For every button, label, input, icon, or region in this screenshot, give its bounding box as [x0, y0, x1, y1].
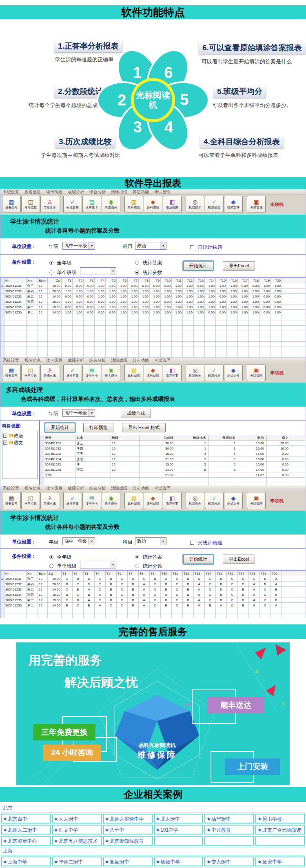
standard-answer-button[interactable]: ✓标准答案 [63, 196, 82, 213]
menu-item[interactable]: 综合分析 [89, 358, 106, 363]
stat-score-radio[interactable]: 统计分数 [135, 268, 162, 276]
chevron-down-icon[interactable]: ▾ [160, 242, 166, 249]
stat-score-radio[interactable]: 统计分数 [135, 562, 162, 570]
subject-select[interactable]: 政治 ▾ [135, 242, 166, 250]
import-roster-button[interactable]: ♙导报名库 [40, 196, 59, 213]
multi-subject-score-button[interactable]: ◆多科成绩 [144, 492, 162, 509]
menu-item[interactable]: 其它功能 [133, 189, 149, 195]
single-subject-score-button[interactable]: ▥单科成绩 [124, 196, 143, 213]
menu-item[interactable]: 成绩分析 [68, 485, 84, 491]
class-select[interactable]: ▾ [80, 561, 116, 568]
format-file-button[interactable]: ◆格式文件 [224, 492, 243, 509]
standard-answer-button[interactable]: ✓标准答案 [63, 492, 82, 509]
machine-calibrate-button[interactable]: ✓机器校准 [205, 492, 224, 509]
exam-no-digits-button[interactable]: ◫考号位数 [21, 492, 40, 509]
menu-item[interactable]: 综合分析 [89, 189, 106, 195]
read-student-card-button[interactable]: ▤读学生卡 [82, 196, 101, 213]
format-file-button[interactable]: ◆格式文件 [224, 196, 243, 213]
machine-calibrate-button[interactable]: ✓机器校准 [205, 196, 224, 213]
chevron-down-icon[interactable]: ▾ [110, 268, 116, 275]
stat-answer-radio[interactable]: 统计答案 [135, 553, 162, 561]
class-select[interactable]: ▾ [80, 267, 116, 275]
menu-item[interactable]: 成绩分析 [68, 189, 84, 195]
single-class-radio[interactable]: 单个班级 [49, 268, 76, 276]
menu-item[interactable]: 系统设置 [3, 358, 19, 363]
exam-manage-button[interactable]: ▣考试管理 [247, 364, 266, 381]
chevron-down-icon[interactable]: ▾ [89, 242, 95, 249]
menu-item[interactable]: 清除成绩 [111, 485, 127, 491]
menu-item[interactable]: 其它功能 [133, 358, 149, 363]
merge-scores-button[interactable]: 成绩合成 [121, 409, 151, 418]
chevron-down-icon[interactable]: ▾ [160, 538, 166, 545]
menu-item[interactable]: 考试管理 [154, 485, 171, 491]
stat-answer-radio[interactable]: 统计答案 [135, 259, 162, 266]
menu-item[interactable]: 报名信息 [24, 358, 41, 363]
export-excel-button[interactable]: 导出Excel [223, 555, 255, 564]
exam-no-digits-button[interactable]: ◫考号位数 [21, 364, 40, 381]
all-grade-radio[interactable]: 全年级 [49, 553, 71, 561]
menu-item[interactable]: 读卡阅卷 [46, 485, 62, 491]
read-student-card-button[interactable]: ▤读学生卡 [82, 492, 101, 509]
import-roster-button[interactable]: ♙导报名库 [40, 492, 59, 509]
print-preview-button[interactable]: 打印预览 [83, 423, 113, 432]
menu-item[interactable]: 考试管理 [154, 189, 171, 195]
start-statistics-button[interactable]: 开始统计 [183, 261, 213, 271]
chevron-down-icon[interactable]: ▾ [89, 409, 95, 416]
machine-count-cards-button[interactable]: ◎机器数卡 [186, 364, 204, 381]
device-model-button[interactable]: ▦设备型号 [2, 364, 21, 381]
menu-item[interactable]: 报名信息 [24, 189, 41, 195]
machine-calibrate-button[interactable]: ✓机器校准 [205, 364, 224, 381]
single-class-radio[interactable]: 单个班级 [49, 562, 76, 570]
grade-select[interactable]: 高中一年级 ▾ [62, 242, 95, 250]
single-subject-score-button[interactable]: ▥单科成绩 [124, 364, 143, 381]
start-statistics-button[interactable]: 开始统计 [183, 555, 213, 564]
import-roster-button[interactable]: ♙导报名库 [40, 364, 59, 381]
enter-subjective-score-button[interactable]: ◉录主观分 [102, 196, 120, 213]
exam-manage-button[interactable]: ▣考试管理 [247, 196, 266, 213]
exam-no-digits-button[interactable]: ◫考号位数 [21, 196, 40, 213]
start-statistics-button[interactable]: 开始统计 [45, 423, 75, 432]
standard-answer-button[interactable]: ✓标准答案 [63, 364, 82, 381]
view-correct-answer-button[interactable]: ◧看正答案 [163, 196, 182, 213]
machine-count-cards-button[interactable]: ◎机器数卡 [186, 492, 204, 509]
menu-item[interactable]: 读卡阅卷 [46, 189, 62, 195]
menu-item[interactable]: 清除成绩 [111, 358, 127, 363]
multi-subject-score-button[interactable]: ◆多科成绩 [144, 196, 162, 213]
multi-subject-score-button[interactable]: ◆多科成绩 [144, 364, 162, 381]
menu-item[interactable]: 系统设置 [3, 485, 19, 491]
menu-item[interactable]: 清除成绩 [111, 189, 127, 195]
chevron-down-icon[interactable]: ▾ [89, 538, 95, 545]
format-file-button[interactable]: ◆格式文件 [224, 364, 243, 381]
view-correct-answer-button[interactable]: ◧看正答案 [163, 492, 182, 509]
view-correct-answer-button[interactable]: ◧看正答案 [163, 364, 182, 381]
machine-count-cards-button[interactable]: ◎机器数卡 [186, 196, 204, 213]
device-model-button[interactable]: ▦设备型号 [2, 196, 21, 213]
menu-item[interactable]: 综合分析 [89, 485, 106, 491]
menu-item[interactable]: 考试管理 [154, 358, 171, 363]
condition-settings-row: 条件设置： 全年级 单个班级 ▾ 统计答案 统计分数 开始统计 导出Excel [0, 549, 306, 570]
only-wrong-checkbox[interactable]: 只统计错题 [190, 243, 222, 251]
export-excel-button[interactable]: 导出Excel [223, 261, 255, 271]
enter-subjective-score-button[interactable]: ◉录主观分 [102, 492, 120, 509]
chevron-down-icon[interactable]: ▾ [110, 561, 116, 568]
menu-item[interactable]: 其它功能 [133, 485, 149, 491]
cell: 1.00 [139, 310, 150, 315]
grade-select[interactable]: 高中一年级 ▾ [62, 409, 95, 417]
column-header: T18 [249, 278, 260, 283]
subject-select[interactable]: 政治 ▾ [135, 537, 166, 545]
subject-checkbox-item[interactable]: 政治 [3, 433, 36, 439]
export-excel-format-button[interactable]: 导出 Excel 格式 [122, 423, 166, 432]
menu-item[interactable]: 系统设置 [3, 189, 19, 195]
all-grade-radio[interactable]: 全年级 [49, 259, 71, 266]
exam-manage-button[interactable]: ▣考试管理 [247, 492, 266, 509]
single-subject-score-button[interactable]: ▥单科成绩 [124, 492, 143, 509]
menu-item[interactable]: 报名信息 [24, 485, 41, 491]
only-wrong-checkbox[interactable]: 只统计错题 [190, 539, 222, 546]
enter-subjective-score-button[interactable]: ◉录主观分 [102, 364, 120, 381]
subject-checkbox-item[interactable]: 语文 [3, 440, 36, 446]
grade-select[interactable]: 高中一年级 ▾ [62, 537, 95, 545]
device-model-button[interactable]: ▦设备型号 [2, 492, 21, 509]
read-student-card-button[interactable]: ▤读学生卡 [82, 364, 101, 381]
menu-item[interactable]: 成绩分析 [68, 358, 84, 363]
menu-item[interactable]: 读卡阅卷 [46, 358, 62, 363]
